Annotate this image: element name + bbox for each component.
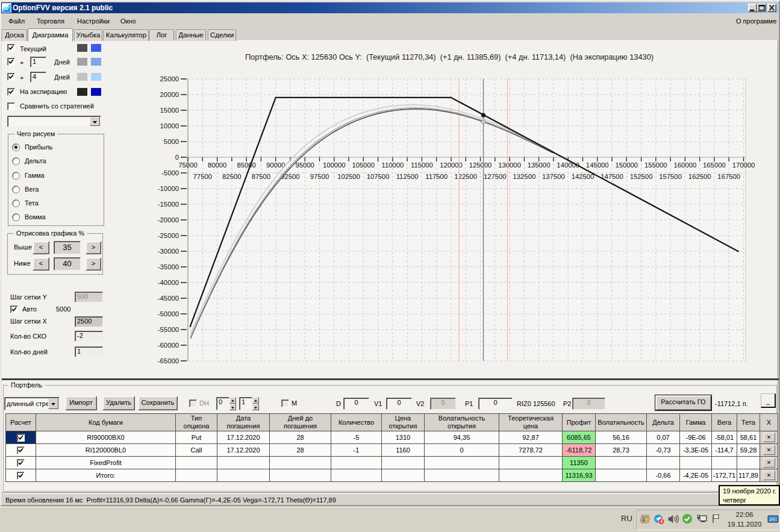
svg-text:122500: 122500 xyxy=(454,173,477,180)
svg-text:107500: 107500 xyxy=(367,173,390,180)
svg-text:-10000: -10000 xyxy=(158,185,179,192)
svg-text:167500: 167500 xyxy=(717,173,740,180)
svg-text:150000: 150000 xyxy=(615,161,638,169)
svg-text:102500: 102500 xyxy=(337,173,360,180)
svg-text:132500: 132500 xyxy=(513,173,536,180)
svg-text:-50000: -50000 xyxy=(158,310,179,318)
svg-text:125000: 125000 xyxy=(469,161,492,169)
svg-text:160000: 160000 xyxy=(674,161,697,169)
svg-text:-15000: -15000 xyxy=(158,201,179,208)
svg-text:10000: 10000 xyxy=(160,122,179,130)
svg-text:77500: 77500 xyxy=(193,173,212,180)
svg-text:87500: 87500 xyxy=(252,173,270,180)
svg-text:15000: 15000 xyxy=(160,107,179,114)
svg-text:-40000: -40000 xyxy=(158,279,179,286)
svg-text:157500: 157500 xyxy=(659,173,682,180)
svg-text:127500: 127500 xyxy=(484,173,507,180)
svg-text:Портфель: Ось X: 125630 Ось Y:: Портфель: Ось X: 125630 Ось Y: (Текущий … xyxy=(245,52,654,61)
svg-text:80000: 80000 xyxy=(208,161,226,169)
svg-text:145000: 145000 xyxy=(586,161,609,169)
svg-text:25000: 25000 xyxy=(160,75,179,83)
svg-text:155000: 155000 xyxy=(644,161,667,169)
svg-text:105000: 105000 xyxy=(352,161,375,169)
svg-text:-60000: -60000 xyxy=(158,342,179,349)
svg-text:4: 4 xyxy=(660,518,663,524)
svg-text:117500: 117500 xyxy=(425,173,448,180)
svg-text:-25000: -25000 xyxy=(158,232,179,239)
svg-text:135000: 135000 xyxy=(528,161,551,169)
svg-text:152500: 152500 xyxy=(630,173,653,180)
svg-text:-20000: -20000 xyxy=(158,216,179,224)
svg-text:100000: 100000 xyxy=(323,161,346,169)
svg-text:85000: 85000 xyxy=(237,161,255,169)
svg-text:142500: 142500 xyxy=(572,173,594,180)
svg-text:110000: 110000 xyxy=(381,161,404,169)
svg-text:-30000: -30000 xyxy=(158,248,179,255)
svg-text:-45000: -45000 xyxy=(158,295,179,302)
svg-text:75000: 75000 xyxy=(178,161,197,169)
svg-text:-35000: -35000 xyxy=(158,263,179,271)
svg-text:170000: 170000 xyxy=(732,161,755,169)
svg-text:112500: 112500 xyxy=(396,173,419,180)
svg-text:137500: 137500 xyxy=(542,173,565,180)
svg-text:165000: 165000 xyxy=(703,161,726,169)
svg-text:115000: 115000 xyxy=(411,161,433,169)
svg-text:90000: 90000 xyxy=(266,161,285,169)
svg-text:95000: 95000 xyxy=(295,161,314,169)
svg-text:5000: 5000 xyxy=(164,138,179,145)
svg-text:82500: 82500 xyxy=(222,173,241,180)
svg-text:-55000: -55000 xyxy=(158,326,179,333)
svg-text:-5000: -5000 xyxy=(161,169,179,177)
svg-text:-65000: -65000 xyxy=(158,357,179,365)
svg-text:130000: 130000 xyxy=(498,161,521,169)
svg-text:0: 0 xyxy=(175,154,179,161)
svg-text:97500: 97500 xyxy=(310,173,329,180)
svg-text:162500: 162500 xyxy=(688,173,711,180)
svg-text:20000: 20000 xyxy=(160,91,179,98)
